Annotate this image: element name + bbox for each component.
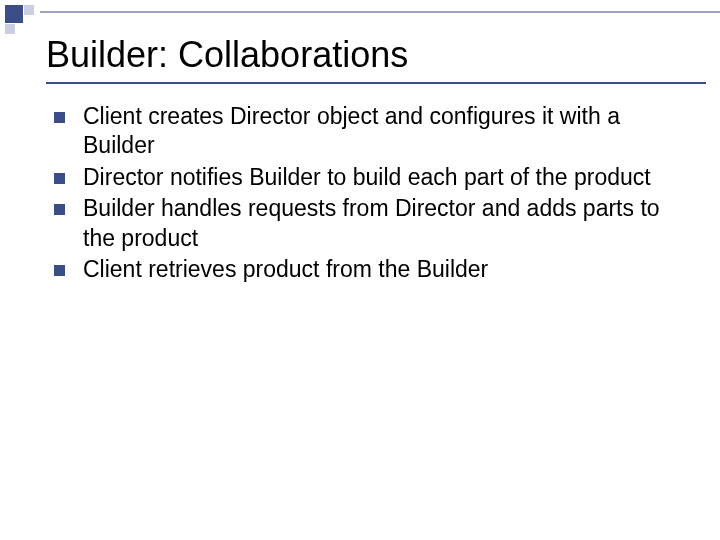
list-item: Builder handles requests from Director a…: [54, 194, 680, 253]
corner-decoration: [0, 0, 50, 40]
bullet-square-icon: [54, 173, 65, 184]
bullet-text: Client creates Director object and confi…: [83, 102, 680, 161]
square-icon: [5, 24, 15, 34]
list-item: Director notifies Builder to build each …: [54, 163, 680, 192]
bullet-square-icon: [54, 265, 65, 276]
square-icon: [24, 5, 34, 15]
bullet-text: Client retrieves product from the Builde…: [83, 255, 488, 284]
page-title: Builder: Collaborations: [46, 34, 408, 76]
bullet-square-icon: [54, 112, 65, 123]
bullet-text: Director notifies Builder to build each …: [83, 163, 651, 192]
list-item: Client creates Director object and confi…: [54, 102, 680, 161]
title-underline: [46, 82, 706, 84]
square-icon: [5, 5, 23, 23]
content-area: Client creates Director object and confi…: [54, 102, 680, 287]
bullet-text: Builder handles requests from Director a…: [83, 194, 680, 253]
top-divider: [40, 11, 720, 13]
bullet-square-icon: [54, 204, 65, 215]
list-item: Client retrieves product from the Builde…: [54, 255, 680, 284]
